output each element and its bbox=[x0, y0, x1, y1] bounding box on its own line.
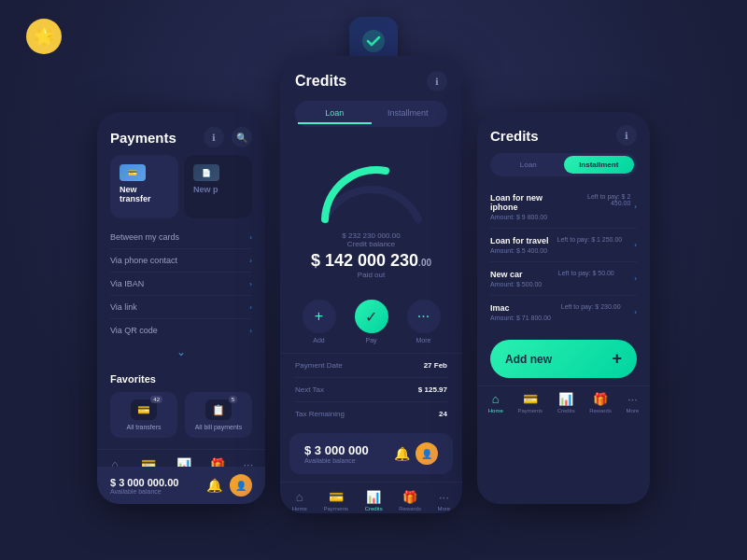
nav-payments-right[interactable]: 💳 Payments bbox=[517, 392, 543, 413]
bell-icon[interactable]: 🔔 bbox=[206, 478, 222, 493]
add-new-plus-icon: + bbox=[612, 349, 622, 369]
new-transfer-label: New transfer bbox=[120, 185, 169, 203]
tab-installment[interactable]: Installment bbox=[372, 104, 445, 124]
ci-right-imac: Left to pay: $ 230.00 bbox=[561, 303, 621, 312]
credit-item-travel: Loan for travel Amount: $ 5 400.00 Left … bbox=[490, 229, 637, 262]
ci-left-travel: Loan for travel Amount: $ 5 400.00 bbox=[490, 236, 549, 254]
balance-bar: $ 3 000 000.00 Available balance 🔔 👤 bbox=[97, 467, 265, 504]
home-label-right: Home bbox=[488, 408, 503, 413]
tax-remaining-value: 24 bbox=[439, 410, 447, 418]
more-icon-right: ··· bbox=[627, 392, 638, 406]
nav-home-right[interactable]: ⌂ Home bbox=[488, 392, 503, 413]
nav-more-right[interactable]: ··· More bbox=[627, 392, 640, 413]
phone-payments: Payments ℹ 🔍 💳 New transfer 📄 New p Betw… bbox=[97, 112, 265, 504]
right-info-icon[interactable]: ℹ bbox=[616, 125, 637, 146]
favorites-items: 💳 42 All transfers 📋 5 All bill payments bbox=[110, 392, 252, 438]
info-icon[interactable]: ℹ bbox=[204, 127, 224, 147]
right-loan-tabs: Loan Installment bbox=[490, 153, 637, 176]
menu-item-label: Via IBAN bbox=[110, 279, 144, 288]
right-credits-title: Credits bbox=[490, 128, 539, 144]
phone-credits: Credits ℹ Loan Installment $ 232 230 000… bbox=[280, 56, 462, 513]
scene: 🌟 Payments ℹ 🔍 💳 New transfer 📄 New p bbox=[0, 0, 747, 560]
ci-ltp-iphone: Left to pay: $ 2 450.00 bbox=[569, 193, 630, 206]
add-label: Add bbox=[313, 337, 324, 343]
new-payment-label: New p bbox=[193, 185, 243, 194]
ci-right-iphone: Left to pay: $ 2 450.00 bbox=[569, 193, 630, 208]
fav-transfers-icon: 💳 42 bbox=[131, 399, 157, 420]
nav-payments-mid[interactable]: 💳 Payments bbox=[323, 490, 348, 511]
ci-ltp-imac: Left to pay: $ 230.00 bbox=[561, 303, 621, 310]
home-icon-right: ⌂ bbox=[492, 392, 500, 406]
search-icon[interactable]: 🔍 bbox=[232, 127, 252, 147]
avatar-middle: 👤 bbox=[416, 442, 438, 465]
credit-list: Loan for new iphone Amount: $ 9 800.00 L… bbox=[477, 186, 650, 329]
info-row-payment-date: Payment Date 27 Feb bbox=[295, 354, 447, 378]
info-row-next-tax: Next Tax $ 125.97 bbox=[295, 378, 447, 402]
payments-label-mid: Payments bbox=[323, 506, 348, 511]
right-tab-loan[interactable]: Loan bbox=[493, 156, 564, 174]
fav-bills-badge: 5 bbox=[229, 396, 237, 403]
menu-item-link[interactable]: Via link › bbox=[110, 296, 252, 319]
right-header: Credits ℹ bbox=[477, 112, 650, 153]
menu-item-iban[interactable]: Via IBAN › bbox=[110, 273, 252, 296]
nav-more-mid[interactable]: ··· More bbox=[438, 490, 451, 511]
gauge-main-amount: $ 142 000 230.00 bbox=[311, 252, 431, 269]
payments-icon-mid: 💳 bbox=[329, 490, 344, 504]
ci-left-imac: Imac Amount: $ 71 800.00 bbox=[490, 303, 551, 321]
credits-info-icon[interactable]: ℹ bbox=[427, 71, 447, 91]
fav-item-bills[interactable]: 📋 5 All bill payments bbox=[185, 392, 252, 438]
rewards-icon-mid: 🎁 bbox=[402, 490, 417, 504]
fav-item-transfers[interactable]: 💳 42 All transfers bbox=[110, 392, 177, 438]
more-label-mid: More bbox=[438, 506, 451, 511]
menu-item-between-cards[interactable]: Between my cards › bbox=[110, 226, 252, 249]
ci-amount-travel: Amount: $ 5 400.00 bbox=[490, 247, 549, 254]
arrow-icon: › bbox=[249, 233, 252, 242]
nav-credits-right[interactable]: 📊 Credits bbox=[557, 392, 575, 413]
ci-amount-iphone: Amount: $ 9 800.00 bbox=[490, 214, 569, 220]
nav-rewards-mid[interactable]: 🎁 Rewards bbox=[399, 490, 421, 511]
tab-loan[interactable]: Loan bbox=[298, 104, 372, 124]
add-button[interactable]: + Add bbox=[303, 300, 336, 343]
info-rows: Payment Date 27 Feb Next Tax $ 125.97 Ta… bbox=[280, 353, 462, 426]
ci-right-car: Left to pay: $ 50.00 bbox=[558, 270, 614, 278]
payments-label-right: Payments bbox=[517, 408, 543, 413]
rewards-label-mid: Rewards bbox=[399, 506, 421, 511]
credit-item-iphone: Loan for new iphone Amount: $ 9 800.00 L… bbox=[490, 186, 637, 229]
more-button[interactable]: ··· More bbox=[407, 300, 441, 343]
pay-button[interactable]: ✓ Pay bbox=[355, 300, 388, 343]
arrow-icon: › bbox=[249, 257, 252, 265]
nav-home-mid[interactable]: ⌂ Home bbox=[292, 490, 307, 511]
payments-header: Payments ℹ 🔍 bbox=[97, 112, 265, 155]
middle-balance-label: Available balance bbox=[304, 457, 369, 464]
right-tab-installment[interactable]: Installment bbox=[564, 156, 635, 174]
menu-item-phone[interactable]: Via phone contact › bbox=[110, 249, 252, 273]
right-bottom-nav: ⌂ Home 💳 Payments 📊 Credits 🎁 Rewards ··… bbox=[477, 385, 650, 419]
add-new-button[interactable]: Add new + bbox=[490, 340, 637, 378]
middle-balance: $ 3 000 000 Available balance 🔔 👤 bbox=[289, 433, 453, 474]
ci-arrow-car: › bbox=[634, 274, 637, 283]
ci-name-iphone: Loan for new iphone bbox=[490, 193, 569, 212]
new-transfer-card[interactable]: 💳 New transfer bbox=[110, 155, 178, 218]
new-payment-card[interactable]: 📄 New p bbox=[184, 155, 252, 218]
scroll-down-icon: ⌄ bbox=[97, 342, 265, 362]
ci-ltp-travel: Left to pay: $ 1 250.00 bbox=[557, 236, 623, 243]
payment-date-label: Payment Date bbox=[295, 361, 343, 370]
arrow-icon: › bbox=[249, 303, 252, 312]
nav-credits-mid[interactable]: 📊 Credits bbox=[365, 490, 383, 511]
svg-point-0 bbox=[362, 30, 385, 52]
credits-icon-right: 📊 bbox=[558, 392, 573, 406]
add-circle: + bbox=[303, 300, 336, 333]
credits-label-mid: Credits bbox=[365, 506, 383, 511]
nav-rewards-right[interactable]: 🎁 Rewards bbox=[589, 392, 612, 413]
ci-left-iphone: Loan for new iphone Amount: $ 9 800.00 bbox=[490, 193, 569, 220]
menu-item-label: Between my cards bbox=[110, 232, 179, 242]
home-label-mid: Home bbox=[292, 506, 307, 511]
fav-transfers-badge: 42 bbox=[150, 396, 162, 403]
gauge-section: $ 232 230 000.00 Credit balance $ 142 00… bbox=[280, 140, 462, 288]
credits-label-right: Credits bbox=[557, 408, 575, 413]
ci-left-car: New car Amount: $ 500.00 bbox=[490, 270, 542, 287]
bell-icon-middle[interactable]: 🔔 bbox=[394, 446, 410, 461]
menu-item-qr[interactable]: Via QR code › bbox=[110, 319, 252, 342]
ci-name-car: New car bbox=[490, 270, 542, 279]
ci-name-imac: Imac bbox=[490, 303, 551, 313]
